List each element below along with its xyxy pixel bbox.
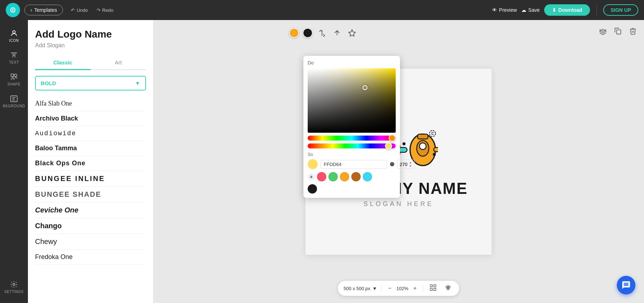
svg-text:C: C	[431, 132, 434, 136]
undo-button[interactable]: ↶ Undo	[67, 5, 91, 15]
bottom-bar: 500 x 500 px ▼ − 102% +	[338, 281, 459, 296]
right-toolbar	[597, 26, 638, 36]
redo-icon: ↷	[97, 8, 101, 13]
signup-button[interactable]: SIGN UP	[603, 4, 638, 16]
chat-button[interactable]	[617, 276, 635, 294]
eye-icon: 👁	[492, 7, 497, 13]
zoom-value[interactable]: 102%	[396, 286, 408, 291]
svg-rect-21	[418, 134, 428, 139]
list-item[interactable]: Archivo Black	[35, 111, 146, 126]
slogan-label: Add Slogan	[35, 42, 146, 49]
undo-icon: ↶	[71, 8, 75, 13]
sidebar: ICON TEXT SHAPE BKGROUND SETTINGS	[0, 20, 28, 303]
tabs: Classic Art	[35, 56, 146, 70]
list-item-bungee-inline[interactable]: BUNGEE INLINE	[35, 171, 146, 187]
color-swatch-black[interactable]	[303, 28, 313, 38]
chevron-down-icon: ▼	[135, 80, 140, 86]
rotate-icon[interactable]	[331, 27, 343, 39]
list-item[interactable]: Fredoka One	[35, 250, 146, 265]
cp-swatches	[317, 172, 372, 181]
cp-add-swatch-button[interactable]: +	[308, 173, 315, 180]
color-swatch-orange[interactable]	[289, 28, 299, 38]
list-item[interactable]: Chango	[35, 218, 146, 234]
list-item[interactable]: Black Ops One	[35, 156, 146, 171]
sidebar-item-icon[interactable]: ICON	[2, 26, 26, 46]
canvas-area: C COMPANY NAME SLOGAN HERE Do	[153, 20, 644, 303]
tab-art[interactable]: Art	[91, 56, 146, 70]
cp-hue-thumb[interactable]	[389, 135, 396, 142]
save-button[interactable]: ☁ Save	[521, 7, 540, 13]
list-item-ceviche-one[interactable]: Ceviche One	[35, 202, 146, 218]
zoom-out-button[interactable]: −	[386, 284, 394, 292]
download-icon: ⬇	[552, 7, 556, 13]
cp-angle-spinners[interactable]: ▲ ▼	[409, 161, 412, 168]
spinner-up[interactable]: ▲	[409, 161, 412, 164]
redo-button[interactable]: ↷ Redo	[93, 5, 117, 15]
cp-inputs: 270 ▲ ▼	[308, 159, 396, 169]
sidebar-item-settings[interactable]: SETTINGS	[2, 277, 26, 297]
svg-point-2	[13, 31, 15, 33]
svg-rect-3	[11, 74, 14, 77]
cp-swatch-brown[interactable]	[351, 172, 361, 181]
main-area: Add Logo Name Add Slogan Classic Art BOL…	[28, 20, 644, 303]
download-button[interactable]: ⬇ Download	[544, 4, 590, 16]
spinner-down[interactable]: ▼	[409, 164, 412, 168]
sidebar-item-text[interactable]: TEXT	[2, 48, 26, 68]
font-list: Alfa Slab One Archivo Black Audiowide Ba…	[35, 96, 146, 265]
canvas-toolbar	[289, 27, 358, 39]
svg-rect-27	[430, 288, 433, 290]
cp-opacity-indicator	[390, 162, 394, 166]
cp-preview-color[interactable]	[308, 159, 318, 169]
chevron-left-icon: ‹	[30, 7, 32, 13]
cp-opacity-thumb[interactable]	[385, 142, 392, 150]
duplicate-icon[interactable]	[613, 26, 623, 36]
save-icon: ☁	[521, 7, 526, 13]
list-item[interactable]: Audiowide	[35, 126, 146, 141]
divider2	[423, 285, 424, 292]
svg-rect-7	[616, 30, 621, 34]
list-item[interactable]: Baloo Tamma	[35, 141, 146, 156]
svg-rect-25	[430, 285, 433, 287]
cp-hue-bar[interactable]	[308, 136, 396, 141]
zoom-in-button[interactable]: +	[411, 284, 419, 292]
cp-dark-swatch-row	[308, 184, 396, 194]
cp-swatch-green[interactable]	[328, 172, 338, 181]
size-selector[interactable]: 500 x 500 px ▼	[343, 286, 377, 291]
grid-button[interactable]	[428, 284, 439, 293]
list-item-bungee-shade[interactable]: BUNGEE SHADE	[35, 187, 146, 202]
svg-point-24	[433, 153, 436, 156]
svg-rect-28	[434, 288, 436, 290]
app-logo[interactable]	[6, 3, 20, 17]
sidebar-item-shape[interactable]: SHAPE	[2, 69, 26, 90]
svg-point-16	[402, 142, 405, 145]
cp-gradient-area[interactable]	[308, 68, 396, 133]
align-button[interactable]	[443, 284, 454, 293]
svg-point-1	[12, 9, 14, 11]
cp-swatch-cyan[interactable]	[363, 172, 372, 181]
templates-button[interactable]: ‹ Templates	[24, 5, 63, 15]
cp-hex-input[interactable]	[321, 160, 387, 169]
svg-point-4	[14, 74, 17, 77]
list-item[interactable]: Alfa Slab One	[35, 96, 146, 111]
svg-point-19	[419, 143, 426, 150]
cp-angle-field[interactable]: 270 ▲ ▼	[397, 160, 415, 169]
delete-icon[interactable]	[628, 26, 638, 36]
preview-button[interactable]: 👁 Preview	[492, 7, 517, 13]
canvas-slogan: SLOGAN HERE	[364, 200, 434, 208]
layers-icon[interactable]	[597, 26, 608, 36]
effects-icon[interactable]	[346, 27, 358, 39]
cp-swatch-orange[interactable]	[340, 172, 349, 181]
cp-cursor[interactable]	[362, 85, 367, 90]
sidebar-item-bkground[interactable]: BKGROUND	[2, 91, 26, 112]
flip-icon[interactable]	[316, 27, 328, 39]
list-item[interactable]: Chewy	[35, 234, 146, 250]
zoom-controls: − 102% +	[386, 284, 419, 292]
page-title: Add Logo Name	[35, 29, 146, 40]
chevron-down-icon: ▼	[372, 286, 377, 291]
cp-swatch-red[interactable]	[317, 172, 326, 181]
cp-opacity-bar[interactable]	[308, 143, 396, 148]
cp-swatch-dark[interactable]	[308, 184, 317, 194]
bold-select[interactable]: BOLD ▼	[35, 76, 146, 91]
cp-header: Do	[308, 60, 396, 65]
tab-classic[interactable]: Classic	[35, 56, 91, 70]
